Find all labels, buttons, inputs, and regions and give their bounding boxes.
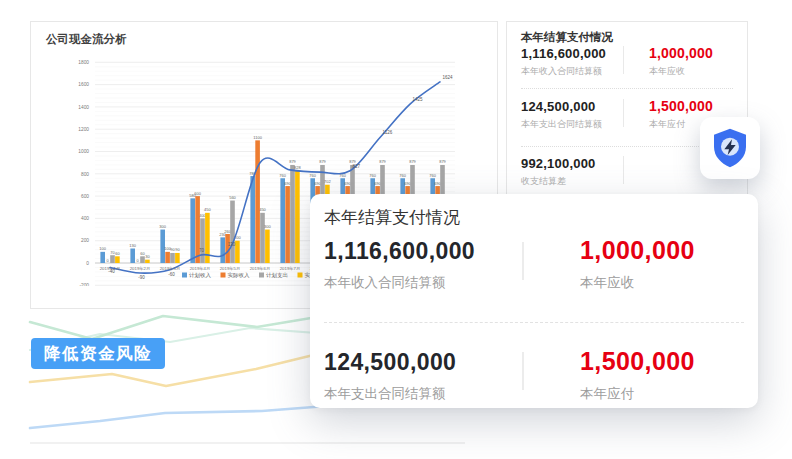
svg-text:827: 827 <box>353 164 361 169</box>
column-divider <box>623 156 624 184</box>
popup-title: 本年结算支付情况 <box>324 206 460 229</box>
svg-text:1800: 1800 <box>78 60 89 65</box>
svg-text:450: 450 <box>204 207 211 212</box>
svg-text:600: 600 <box>194 191 201 196</box>
payable-caption-large: 本年应付 <box>580 385 634 403</box>
svg-text:实际收入: 实际收入 <box>228 272 251 279</box>
svg-text:1126: 1126 <box>383 130 393 135</box>
finance-dashboard-page: 公司现金流分析 -2000200400600800100012001400160… <box>0 0 792 459</box>
svg-text:130: 130 <box>228 242 236 247</box>
svg-text:2019年4月: 2019年4月 <box>190 266 211 271</box>
svg-text:1100: 1100 <box>253 135 262 140</box>
svg-text:760: 760 <box>429 173 436 178</box>
column-divider <box>522 242 524 280</box>
svg-text:130: 130 <box>129 243 136 248</box>
svg-text:计划收入: 计划收入 <box>189 272 212 278</box>
expense-settlement-value: 124,500,000 <box>521 99 596 114</box>
svg-text:800: 800 <box>81 172 89 177</box>
svg-text:702: 702 <box>324 179 331 184</box>
svg-text:879: 879 <box>379 159 386 164</box>
svg-text:2019年6月: 2019年6月 <box>250 266 271 271</box>
risk-protection-button[interactable] <box>700 117 760 179</box>
payable-caption: 本年应付 <box>649 118 685 131</box>
income-settlement-caption-large: 本年收入合同结算额 <box>324 274 446 292</box>
svg-text:879: 879 <box>289 159 296 164</box>
svg-text:300: 300 <box>159 224 166 229</box>
chart-legend: 计划收入实际收入计划支出实际支出 <box>182 272 327 279</box>
svg-text:100: 100 <box>99 246 106 251</box>
svg-text:200: 200 <box>81 238 89 243</box>
expense-settlement-caption: 本年支出合同结算额 <box>521 118 602 131</box>
row-divider <box>324 322 744 323</box>
svg-text:-90: -90 <box>138 275 145 280</box>
svg-text:30: 30 <box>145 254 150 259</box>
svg-text:828: 828 <box>294 165 301 170</box>
income-settlement-value-large: 1,116,600,000 <box>324 238 475 265</box>
shield-lightning-icon <box>710 126 750 170</box>
payable-value-large: 1,500,000 <box>580 347 695 376</box>
svg-text:760: 760 <box>309 173 316 178</box>
svg-text:70: 70 <box>199 248 205 253</box>
column-divider <box>522 352 524 390</box>
svg-text:0: 0 <box>136 258 139 263</box>
svg-text:1400: 1400 <box>78 105 89 110</box>
expense-settlement-caption-large: 本年支出合同结算额 <box>324 385 446 403</box>
svg-text:90: 90 <box>175 247 180 252</box>
svg-text:2019年5月: 2019年5月 <box>220 266 241 271</box>
svg-text:0: 0 <box>106 258 109 263</box>
svg-text:1425: 1425 <box>413 97 424 102</box>
net-balance-caption: 收支结算差 <box>521 175 566 188</box>
svg-text:1000: 1000 <box>78 149 89 154</box>
svg-text:879: 879 <box>439 159 446 164</box>
payable-value: 1,500,000 <box>649 98 713 114</box>
svg-text:300: 300 <box>264 224 271 229</box>
svg-text:60: 60 <box>115 251 120 256</box>
svg-text:760: 760 <box>399 173 406 178</box>
svg-text:2019年3月: 2019年3月 <box>160 266 181 271</box>
settlement-popup-card: 本年结算支付情况 1,116,600,000 1,000,000 本年收入合同结… <box>310 194 758 408</box>
svg-text:-200: -200 <box>79 283 89 286</box>
svg-text:计划支出: 计划支出 <box>266 272 288 279</box>
svg-text:560: 560 <box>229 195 236 200</box>
summary-panel-title: 本年结算支付情况 <box>521 30 613 45</box>
income-settlement-caption: 本年收入合同结算额 <box>521 65 602 78</box>
svg-text:0: 0 <box>86 261 89 266</box>
svg-text:1624: 1624 <box>443 75 454 80</box>
svg-text:-60: -60 <box>168 272 175 277</box>
receivable-value-large: 1,000,000 <box>580 236 695 265</box>
column-divider <box>623 99 624 127</box>
svg-text:760: 760 <box>369 173 376 178</box>
row-divider <box>521 88 733 89</box>
receivable-value: 1,000,000 <box>649 45 713 61</box>
svg-text:600: 600 <box>81 194 89 199</box>
svg-text:2019年7月: 2019年7月 <box>280 266 301 271</box>
expense-settlement-value-large: 124,500,000 <box>324 349 456 376</box>
svg-text:879: 879 <box>319 159 326 164</box>
svg-text:760: 760 <box>279 173 286 178</box>
income-settlement-value: 1,116,600,000 <box>521 46 606 61</box>
svg-text:1600: 1600 <box>78 82 89 87</box>
receivable-caption: 本年应收 <box>649 65 685 78</box>
chart-title: 公司现金流分析 <box>46 32 127 47</box>
svg-text:1200: 1200 <box>78 127 89 132</box>
column-divider <box>623 46 624 74</box>
svg-text:879: 879 <box>409 159 416 164</box>
risk-reduction-label: 降低资金风险 <box>44 344 152 362</box>
receivable-caption-large: 本年应收 <box>580 274 634 292</box>
svg-text:450: 450 <box>259 207 266 212</box>
risk-reduction-badge: 降低资金风险 <box>31 338 165 369</box>
svg-text:400: 400 <box>81 216 89 221</box>
svg-text:2019年1月: 2019年1月 <box>100 266 121 271</box>
net-balance-value: 992,100,000 <box>521 156 596 171</box>
svg-text:2019年2月: 2019年2月 <box>130 266 151 271</box>
